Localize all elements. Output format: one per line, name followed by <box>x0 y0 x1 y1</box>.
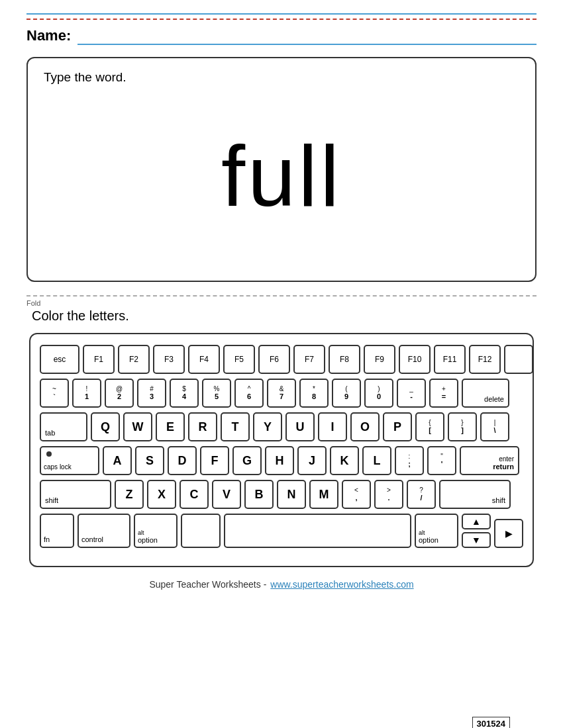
b-key[interactable]: B <box>244 480 274 509</box>
f-key[interactable]: F <box>200 446 229 475</box>
footer-link[interactable]: www.superteacherworksheets.com <box>270 579 413 590</box>
backslash-key[interactable]: | \ <box>480 412 509 441</box>
down-arrow-key[interactable]: ▼ <box>462 532 491 548</box>
delete-key[interactable]: delete <box>462 379 509 408</box>
word-box-instruction: Type the word. <box>44 70 519 85</box>
k-key[interactable]: K <box>330 446 359 475</box>
number-row: ~ ` ! 1 @ 2 # 3 $ 4 % 5 <box>40 379 523 408</box>
n-key[interactable]: N <box>277 480 306 509</box>
s-key[interactable]: S <box>135 446 164 475</box>
arrow-keys: ▲ ▼ <box>462 514 491 548</box>
caps-dot <box>46 451 52 457</box>
l-key[interactable]: L <box>362 446 391 475</box>
d-key[interactable]: D <box>168 446 197 475</box>
color-instruction: Color the letters. <box>32 308 537 324</box>
word-box: Type the word. full <box>26 57 537 282</box>
f8-key[interactable]: F8 <box>329 345 360 374</box>
alt-right-key[interactable]: alt option <box>415 514 458 548</box>
asdf-row: caps lock A S D F G H J K L : ; " ' ente… <box>40 446 523 475</box>
top-blue-line <box>26 13 537 15</box>
control-key[interactable]: control <box>77 514 130 548</box>
f7-key[interactable]: F7 <box>293 345 325 374</box>
quote-key[interactable]: " ' <box>427 446 456 475</box>
c-key[interactable]: C <box>179 480 209 509</box>
enter-key[interactable]: enter return <box>460 446 519 475</box>
v-key[interactable]: V <box>212 480 241 509</box>
semicolon-key[interactable]: : ; <box>395 446 424 475</box>
7-key[interactable]: & 7 <box>267 379 296 408</box>
5-key[interactable]: % 5 <box>202 379 231 408</box>
t-key[interactable]: T <box>221 412 250 441</box>
dashed-red-line <box>26 19 537 20</box>
name-label: Name: <box>26 27 71 44</box>
f9-key[interactable]: F9 <box>364 345 395 374</box>
capslock-key[interactable]: caps lock <box>40 446 99 475</box>
0-key[interactable]: ) 0 <box>364 379 393 408</box>
spacebar-key[interactable] <box>224 514 411 548</box>
u-key[interactable]: U <box>285 412 315 441</box>
rbracket-key[interactable]: } ] <box>448 412 477 441</box>
qwerty-row: tab Q W E R T Y U I O P { [ } ] | \ <box>40 412 523 441</box>
e-key[interactable]: E <box>156 412 185 441</box>
x-key[interactable]: X <box>147 480 176 509</box>
p-key[interactable]: P <box>383 412 412 441</box>
equals-key[interactable]: + = <box>429 379 458 408</box>
f3-key[interactable]: F3 <box>153 345 185 374</box>
bottom-row: fn control alt option alt option ▲ ▼ ▶ <box>40 514 523 548</box>
tab-key[interactable]: tab <box>40 412 87 441</box>
h-key[interactable]: H <box>265 446 294 475</box>
f1-key[interactable]: F1 <box>83 345 115 374</box>
m-key[interactable]: M <box>309 480 338 509</box>
alt-left-key[interactable]: alt option <box>134 514 178 548</box>
name-row: Name: <box>26 26 537 45</box>
period-key[interactable]: > . <box>374 480 403 509</box>
2-key[interactable]: @ 2 <box>105 379 134 408</box>
o-key[interactable]: O <box>350 412 380 441</box>
shift-right-key[interactable]: shift <box>439 480 511 509</box>
right-arrow-key[interactable]: ▶ <box>494 519 523 548</box>
f4-key[interactable]: F4 <box>188 345 220 374</box>
8-key[interactable]: * 8 <box>299 379 329 408</box>
tilde-key[interactable]: ~ ` <box>40 379 69 408</box>
shift-left-key[interactable]: shift <box>40 480 111 509</box>
footer-text: Super Teacher Worksheets - <box>149 579 266 590</box>
j-key[interactable]: J <box>297 446 327 475</box>
9-key[interactable]: ( 9 <box>332 379 361 408</box>
f2-key[interactable]: F2 <box>118 345 150 374</box>
q-key[interactable]: Q <box>91 412 120 441</box>
y-key[interactable]: Y <box>253 412 282 441</box>
word-display: full <box>44 91 519 261</box>
lbracket-key[interactable]: { [ <box>415 412 444 441</box>
up-arrow-key[interactable]: ▲ <box>462 514 491 529</box>
blank-fn-key <box>504 345 533 374</box>
comma-key[interactable]: < , <box>342 480 371 509</box>
fold-line: Fold <box>26 295 537 296</box>
3-key[interactable]: # 3 <box>137 379 166 408</box>
r-key[interactable]: R <box>188 412 217 441</box>
1-key[interactable]: ! 1 <box>72 379 101 408</box>
cmd-left-key[interactable] <box>181 514 221 548</box>
fold-label: Fold <box>26 299 40 307</box>
footer: Super Teacher Worksheets - www.superteac… <box>26 579 537 590</box>
f11-key[interactable]: F11 <box>434 345 466 374</box>
w-key[interactable]: W <box>123 412 152 441</box>
keyboard: esc F1 F2 F3 F4 F5 F6 F7 F8 F9 F10 F11 F… <box>29 333 534 567</box>
name-input-line[interactable] <box>77 26 537 45</box>
slash-key[interactable]: ? / <box>407 480 436 509</box>
f10-key[interactable]: F10 <box>399 345 431 374</box>
fn-key[interactable]: fn <box>40 514 74 548</box>
a-key[interactable]: A <box>103 446 132 475</box>
g-key[interactable]: G <box>232 446 262 475</box>
f12-key[interactable]: F12 <box>469 345 501 374</box>
minus-key[interactable]: _ - <box>397 379 426 408</box>
f6-key[interactable]: F6 <box>258 345 290 374</box>
6-key[interactable]: ^ 6 <box>234 379 264 408</box>
f5-key[interactable]: F5 <box>223 345 255 374</box>
zxcv-row: shift Z X C V B N M < , > . ? / shift <box>40 480 523 509</box>
fn-key-row: esc F1 F2 F3 F4 F5 F6 F7 F8 F9 F10 F11 F… <box>40 345 523 374</box>
i-key[interactable]: I <box>318 412 347 441</box>
z-key[interactable]: Z <box>115 480 144 509</box>
esc-key[interactable]: esc <box>40 345 79 374</box>
worksheet-code: 301524 <box>472 717 510 728</box>
4-key[interactable]: $ 4 <box>170 379 199 408</box>
